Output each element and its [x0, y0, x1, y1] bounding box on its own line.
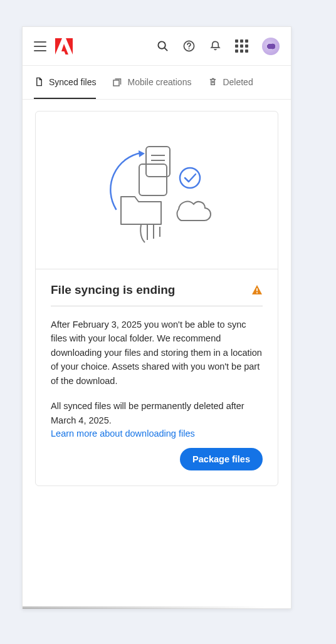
search-icon[interactable] — [156, 40, 169, 53]
trash-icon — [207, 77, 218, 87]
adobe-logo[interactable] — [55, 38, 73, 55]
card-title: File syncing is ending — [51, 283, 175, 297]
header-bar — [23, 27, 291, 66]
svg-rect-10 — [256, 288, 258, 291]
apps-grid-icon[interactable] — [235, 39, 248, 53]
menu-icon[interactable] — [34, 41, 46, 51]
avatar[interactable] — [262, 38, 280, 55]
card-body: File syncing is ending After February 3,… — [36, 269, 278, 486]
svg-line-1 — [164, 48, 167, 51]
notice-card: File syncing is ending After February 3,… — [35, 111, 278, 486]
app-panel: Synced files Mobile creations — [22, 26, 291, 609]
stack-icon — [112, 77, 122, 87]
svg-marker-5 — [139, 150, 145, 157]
paragraph-2: All synced files will be permanently del… — [51, 399, 263, 427]
help-icon[interactable] — [182, 40, 195, 53]
svg-point-0 — [158, 41, 165, 48]
paragraph-1: After February 3, 2025 you won't be able… — [51, 318, 263, 388]
tab-label: Mobile creations — [127, 77, 191, 87]
tab-deleted[interactable]: Deleted — [207, 66, 253, 99]
svg-point-11 — [256, 292, 258, 293]
file-icon — [34, 77, 44, 87]
svg-point-3 — [188, 48, 189, 49]
learn-more-link[interactable]: Learn more about downloading files — [51, 428, 195, 439]
package-files-button[interactable]: Package files — [180, 448, 263, 470]
tab-label: Synced files — [49, 77, 96, 87]
tab-mobile-creations[interactable]: Mobile creations — [112, 66, 191, 99]
tab-synced-files[interactable]: Synced files — [34, 66, 96, 99]
warning-icon — [251, 284, 263, 296]
svg-rect-4 — [113, 80, 119, 86]
card-text: After February 3, 2025 you won't be able… — [51, 318, 263, 427]
header-actions — [156, 38, 280, 55]
sync-illustration — [36, 112, 278, 269]
scroll-shadow — [23, 606, 266, 609]
tab-label: Deleted — [223, 77, 253, 87]
svg-point-9 — [180, 168, 200, 188]
tabs-bar: Synced files Mobile creations — [23, 66, 291, 100]
bell-icon[interactable] — [209, 40, 221, 53]
